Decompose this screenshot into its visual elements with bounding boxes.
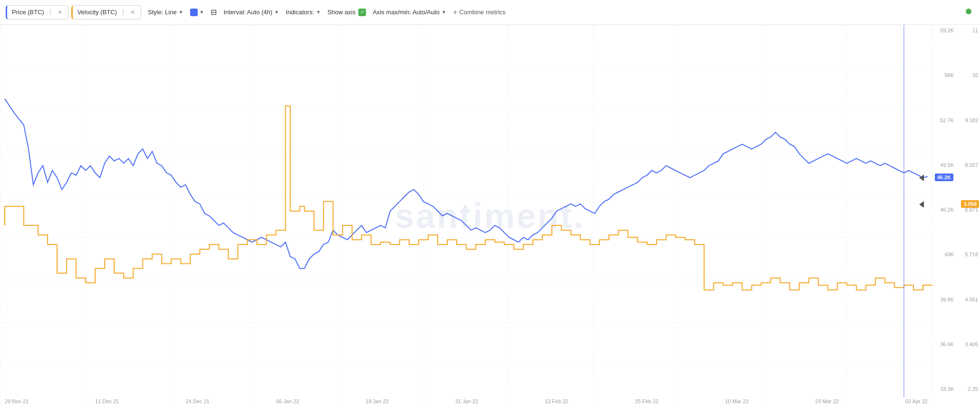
chart-svg (0, 25, 932, 407)
axis-maxmin-label: Axis max/min: Auto/Auto (373, 9, 440, 16)
x-label-0: 29 Nov 21 (5, 398, 29, 404)
y-left-label-5: 46.2K (926, 207, 954, 213)
combine-metrics-label: Combine metrics (459, 9, 506, 16)
combine-metrics-button[interactable]: + Combine metrics (453, 8, 506, 17)
style-label: Style: Line (148, 9, 177, 16)
velocity-current-badge: 3.058 (961, 200, 979, 208)
metric-tab-price[interactable]: Price (BTC) ⋮ ✕ (6, 5, 68, 19)
x-label-6: 13 Feb 22 (545, 398, 568, 404)
toolbar-controls: Style: Line ▼ ▼ ⊟ Interval: Auto (4h) ▼ … (148, 8, 506, 17)
x-label-4: 18 Jan 22 (365, 398, 388, 404)
y-right-label-7: 4.561 (955, 297, 980, 302)
show-axis-control[interactable]: Show axis ✓ (327, 9, 366, 16)
interval-chevron-icon: ▼ (274, 10, 279, 15)
x-label-2: 24 Dec 21 (186, 398, 210, 404)
x-label-9: 23 Mar 22 (815, 398, 839, 404)
y-left-label-1: 59.2K (926, 28, 954, 33)
x-label-1: 11 Dec 21 (95, 398, 119, 404)
y-right-label-1: 11 (955, 28, 980, 33)
price-current-badge: 46.2K (935, 174, 953, 181)
price-arrow-indicator (919, 174, 924, 181)
chart-area: santiment. 59.2K 56K 52.7K 49.5K 46.2K 4… (0, 25, 980, 407)
velocity-tab-menu-icon[interactable]: ⋮ (120, 9, 126, 16)
velocity-btc-label: Velocity (BTC) (77, 9, 117, 16)
price-btc-label: Price (BTC) (12, 9, 44, 16)
interval-dropdown[interactable]: Interval: Auto (4h) ▼ (223, 9, 279, 16)
style-chevron-icon: ▼ (179, 10, 183, 15)
metric-tab-velocity[interactable]: Velocity (BTC) ⋮ ✕ (71, 5, 141, 19)
toolbar: Price (BTC) ⋮ ✕ Velocity (BTC) ⋮ ✕ Style… (0, 0, 980, 25)
velocity-arrow-indicator (919, 201, 924, 208)
y-axis-right: 11 10 9.182 8.027 6.871 5.716 4.561 3.40… (955, 25, 980, 395)
show-axis-checkbox[interactable]: ✓ (358, 9, 366, 16)
y-right-label-2: 10 (955, 72, 980, 78)
show-axis-label: Show axis (327, 9, 355, 16)
indicators-chevron-icon: ▼ (316, 10, 321, 15)
x-label-3: 06 Jan 22 (276, 398, 299, 404)
style-dropdown[interactable]: Style: Line ▼ (148, 9, 183, 16)
x-label-10: 03 Apr 22 (905, 398, 928, 404)
chart-type-button[interactable]: ⊟ (211, 8, 217, 17)
svg-rect-3 (0, 25, 932, 407)
y-left-label-7: 39.8K (926, 297, 954, 302)
y-right-label-3: 9.182 (955, 117, 980, 123)
y-axis-left: 59.2K 56K 52.7K 49.5K 46.2K 43K 39.8K 36… (926, 25, 954, 395)
y-left-label-8: 36.6K (926, 341, 954, 347)
indicators-label: Indicators: (286, 9, 314, 16)
combine-plus-icon: + (453, 8, 457, 17)
chart-type-icon: ⊟ (211, 8, 217, 17)
color-picker[interactable]: ▼ (190, 9, 204, 16)
price-tab-menu-icon[interactable]: ⋮ (47, 9, 54, 16)
y-left-label-9: 33.3K (926, 386, 954, 392)
axis-maxmin-dropdown[interactable]: Axis max/min: Auto/Auto ▼ (373, 9, 446, 16)
y-right-label-6: 5.716 (955, 252, 980, 257)
status-indicator (966, 9, 971, 14)
price-tab-close-icon[interactable]: ✕ (57, 9, 63, 16)
y-left-label-3: 52.7K (926, 117, 954, 123)
x-label-5: 31 Jan 22 (455, 398, 478, 404)
axis-maxmin-chevron-icon: ▼ (442, 10, 446, 15)
y-left-label-6: 43K (926, 252, 954, 257)
x-axis: 29 Nov 21 11 Dec 21 24 Dec 21 06 Jan 22 … (0, 396, 932, 407)
velocity-tab-close-icon[interactable]: ✕ (129, 9, 136, 16)
y-right-label-4: 8.027 (955, 162, 980, 168)
y-right-label-9: 2.25 (955, 386, 980, 392)
color-swatch-icon (190, 9, 198, 16)
indicators-dropdown[interactable]: Indicators: ▼ (286, 9, 321, 16)
x-label-8: 10 Mar 22 (725, 398, 749, 404)
y-left-label-4: 49.5K (926, 162, 954, 168)
interval-label: Interval: Auto (4h) (223, 9, 272, 16)
color-chevron-icon: ▼ (200, 10, 204, 15)
y-left-label-2: 56K (926, 72, 954, 78)
x-label-7: 25 Feb 22 (635, 398, 659, 404)
y-right-label-8: 3.405 (955, 341, 980, 347)
